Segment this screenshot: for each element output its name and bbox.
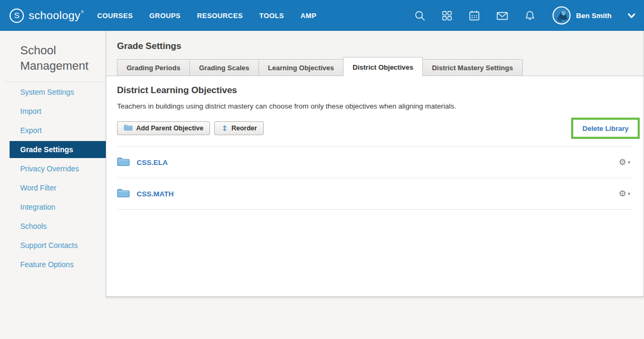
nav-link-groups[interactable]: GROUPS	[149, 12, 181, 20]
nav-link-resources[interactable]: RESOURCES	[197, 12, 243, 20]
sidebar-nav: System Settings Import Export Grade Sett…	[0, 82, 106, 274]
objective-list: CSS.ELA ⚙ ▾ CSS.MATH ⚙	[117, 146, 633, 210]
mail-icon[interactable]	[496, 10, 508, 21]
nav-link-courses[interactable]: COURSES	[97, 12, 133, 20]
objectives-toolbar: Add Parent Objective ↕ Reorder Delete Li…	[117, 118, 633, 139]
content-header: Grade Settings Grading Periods Grading S…	[106, 31, 643, 76]
tab-district-objectives[interactable]: District Objectives	[343, 57, 423, 76]
schoology-logo[interactable]: S schoology®	[10, 9, 83, 23]
app-grid-icon[interactable]	[441, 10, 453, 21]
section-description: Teachers in buildings using district mas…	[117, 102, 633, 110]
user-avatar	[553, 6, 571, 24]
content-column: Grade Settings Grading Periods Grading S…	[106, 31, 644, 297]
sidebar-item-import[interactable]: Import	[0, 102, 106, 121]
page-title: Grade Settings	[117, 41, 643, 52]
reorder-label: Reorder	[231, 125, 257, 132]
navbar-utilities: Ben Smith	[414, 6, 635, 24]
bell-icon[interactable]	[524, 10, 536, 21]
folder-icon	[117, 188, 130, 200]
objective-link-css-ela[interactable]: CSS.ELA	[137, 159, 168, 167]
objective-link-css-math[interactable]: CSS.MATH	[137, 190, 174, 198]
row-actions-menu[interactable]: ⚙ ▾	[618, 189, 633, 198]
reorder-button[interactable]: ↕ Reorder	[214, 121, 264, 135]
add-parent-objective-button[interactable]: Add Parent Objective	[117, 121, 210, 135]
chevron-down-icon[interactable]	[628, 13, 635, 19]
user-menu[interactable]: Ben Smith	[553, 6, 612, 24]
nav-link-tools[interactable]: TOOLS	[260, 12, 285, 20]
folder-icon	[117, 156, 130, 169]
school-management-sidebar: School Management System Settings Import…	[0, 31, 106, 274]
tab-district-mastery-settings[interactable]: District Mastery Settings	[422, 59, 522, 76]
primary-nav: COURSES GROUPS RESOURCES TOOLS AMP	[97, 12, 316, 20]
add-parent-objective-label: Add Parent Objective	[136, 125, 203, 132]
tab-grading-periods[interactable]: Grading Periods	[117, 59, 190, 76]
calendar-icon[interactable]	[469, 10, 480, 21]
folder-icon	[124, 124, 132, 133]
caret-down-icon: ▾	[628, 192, 630, 196]
user-name: Ben Smith	[576, 12, 612, 20]
section-title: District Learning Objectives	[117, 85, 633, 96]
caret-down-icon: ▾	[628, 160, 630, 165]
sidebar-item-support-contacts[interactable]: Support Contacts	[0, 236, 106, 255]
annotation-highlight-box: Delete Library	[571, 118, 640, 139]
objective-row-css-ela: CSS.ELA ⚙ ▾	[117, 147, 633, 178]
sidebar-item-schools[interactable]: Schools	[0, 217, 106, 236]
sidebar-item-integration[interactable]: Integration	[0, 197, 106, 217]
row-actions-menu[interactable]: ⚙ ▾	[618, 158, 633, 167]
sidebar-item-word-filter[interactable]: Word Filter	[0, 178, 106, 197]
gear-icon: ⚙	[618, 189, 626, 198]
tab-grading-scales[interactable]: Grading Scales	[189, 59, 259, 76]
district-objectives-panel: District Learning Objectives Teachers in…	[106, 76, 643, 296]
delete-library-link[interactable]: Delete Library	[582, 125, 629, 133]
sidebar-item-grade-settings[interactable]: Grade Settings	[10, 141, 106, 158]
top-navbar: S schoology® COURSES GROUPS RESOURCES TO…	[0, 0, 644, 31]
objective-row-css-math: CSS.MATH ⚙ ▾	[117, 178, 633, 210]
sidebar-item-system-settings[interactable]: System Settings	[0, 82, 106, 102]
tab-learning-objectives[interactable]: Learning Objectives	[258, 59, 344, 76]
schoology-logo-text: schoology®	[29, 9, 83, 22]
gear-icon: ⚙	[618, 158, 626, 167]
sidebar-item-export[interactable]: Export	[0, 121, 106, 140]
sidebar-item-feature-options[interactable]: Feature Options	[0, 255, 106, 274]
schoology-logo-icon: S	[10, 9, 24, 23]
sidebar-title: School Management	[20, 43, 91, 73]
grade-settings-tabs: Grading Periods Grading Scales Learning …	[106, 57, 643, 76]
reorder-arrows-icon: ↕	[221, 124, 228, 133]
registered-mark: ®	[81, 10, 83, 14]
nav-link-amp[interactable]: AMP	[300, 12, 316, 20]
search-icon[interactable]	[414, 10, 425, 21]
sidebar-item-privacy-overrides[interactable]: Privacy Overrides	[0, 159, 106, 178]
sidebar-divider	[4, 81, 106, 82]
